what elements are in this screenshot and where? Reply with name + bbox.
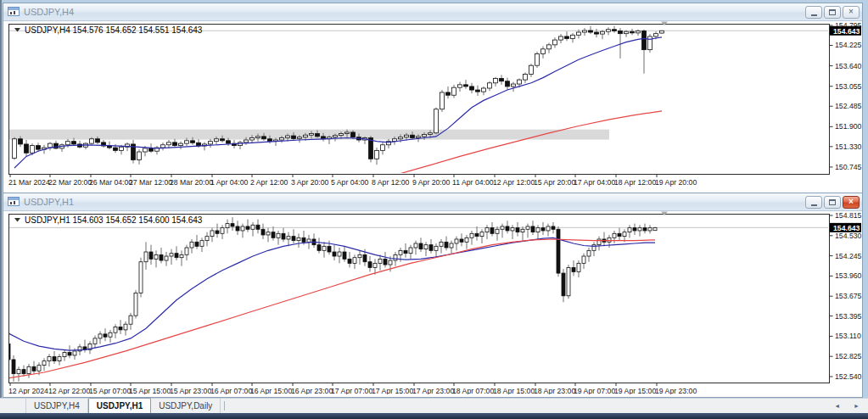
chart-window-icon xyxy=(8,194,20,210)
mdi-left-edge xyxy=(0,0,2,419)
svg-text:153.675: 153.675 xyxy=(835,292,862,300)
chart-window-usdjpy-h1[interactable]: USDJPY,H1 × 154.815154.530154.245153.960… xyxy=(3,193,863,398)
svg-text:2 Apr 12:00: 2 Apr 12:00 xyxy=(250,178,288,187)
chart-window-icon xyxy=(8,4,20,20)
candlestick-chart-usdjpy-h1[interactable]: 154.815154.530154.245153.960153.675153.3… xyxy=(3,211,862,394)
svg-text:150.745: 150.745 xyxy=(835,163,862,171)
ohlc-label: USDJPY,H1 154.603 154.652 154.600 154.64… xyxy=(25,215,203,225)
svg-text:17 Apr 15:00: 17 Apr 15:00 xyxy=(372,387,413,394)
svg-text:28 Mar 20:00: 28 Mar 20:00 xyxy=(170,178,213,187)
svg-text:152.540: 152.540 xyxy=(835,372,862,381)
svg-text:19 Apr 23:00: 19 Apr 23:00 xyxy=(655,387,697,394)
window-titlebar[interactable]: USDJPY,H1 × xyxy=(3,193,862,211)
svg-text:15 Apr 15:00: 15 Apr 15:00 xyxy=(129,387,171,394)
svg-text:18 Apr 23:00: 18 Apr 23:00 xyxy=(534,387,575,394)
window-bottom-edge xyxy=(0,413,868,419)
svg-text:5 Apr 04:00: 5 Apr 04:00 xyxy=(331,178,369,187)
svg-text:16 Apr 23:00: 16 Apr 23:00 xyxy=(291,387,333,394)
svg-text:154.643: 154.643 xyxy=(833,27,860,36)
svg-text:151.900: 151.900 xyxy=(835,122,862,131)
window-titlebar[interactable]: USDJPY,H4 × xyxy=(3,3,862,21)
restore-icon xyxy=(829,199,836,205)
svg-text:22 Mar 20:00: 22 Mar 20:00 xyxy=(48,178,92,187)
close-button[interactable]: × xyxy=(843,6,860,19)
close-icon: × xyxy=(848,198,854,206)
price-axis: 154.815154.530154.245153.960153.675153.3… xyxy=(830,211,862,381)
svg-text:152.825: 152.825 xyxy=(835,352,862,360)
close-icon: × xyxy=(848,8,854,16)
svg-text:15 Apr 23:00: 15 Apr 23:00 xyxy=(170,387,211,394)
svg-text:11 Apr 04:00: 11 Apr 04:00 xyxy=(452,178,494,187)
window-title: USDJPY,H4 xyxy=(24,7,74,17)
svg-text:16 Apr 07:00: 16 Apr 07:00 xyxy=(210,387,252,394)
svg-text:17 Apr 07:00: 17 Apr 07:00 xyxy=(331,387,372,394)
svg-text:17 Apr 23:00: 17 Apr 23:00 xyxy=(412,387,454,394)
svg-text:154.245: 154.245 xyxy=(835,252,862,260)
svg-text:1 Apr 04:00: 1 Apr 04:00 xyxy=(210,178,249,187)
svg-text:154.815: 154.815 xyxy=(835,211,862,220)
chart-window-usdjpy-h4[interactable]: USDJPY,H4 × 154.795154.225153.640153.055… xyxy=(3,3,863,193)
svg-text:19 Apr 15:00: 19 Apr 15:00 xyxy=(614,387,656,394)
svg-text:12 Apr 12:00: 12 Apr 12:00 xyxy=(493,178,535,187)
plot-area[interactable] xyxy=(9,215,830,383)
svg-text:153.110: 153.110 xyxy=(835,332,861,340)
tab-separator xyxy=(224,401,225,411)
svg-text:152.485: 152.485 xyxy=(835,102,862,110)
tab-usdjpy-h4[interactable]: USDJPY,H4 xyxy=(25,399,88,413)
svg-text:153.395: 153.395 xyxy=(835,312,862,321)
svg-text:18 Apr 15:00: 18 Apr 15:00 xyxy=(493,387,535,394)
ohlc-label: USDJPY,H4 154.576 154.652 154.551 154.64… xyxy=(25,25,203,35)
chart-tab-bar: USDJPY,H4 USDJPY,H1 USDJPY,Daily ◄ ► xyxy=(0,398,868,413)
svg-text:18 Apr 07:00: 18 Apr 07:00 xyxy=(452,387,494,394)
minimize-icon xyxy=(811,204,817,206)
tab-usdjpy-daily[interactable]: USDJPY,Daily xyxy=(151,399,221,413)
time-axis: 21 Mar 202422 Mar 20:0026 Mar 04:0027 Ma… xyxy=(8,175,697,187)
trading-terminal-workspace: { "windows": [ { "title": "USDJPY,H4", "… xyxy=(0,0,868,419)
svg-text:9 Apr 20:00: 9 Apr 20:00 xyxy=(412,178,451,187)
svg-text:26 Mar 04:00: 26 Mar 04:00 xyxy=(89,178,132,187)
svg-text:8 Apr 12:00: 8 Apr 12:00 xyxy=(372,178,410,187)
svg-text:16 Apr 15:00: 16 Apr 15:00 xyxy=(250,387,292,394)
svg-text:19 Apr 20:00: 19 Apr 20:00 xyxy=(655,178,697,187)
minimize-button[interactable] xyxy=(805,6,822,19)
svg-text:17 Apr 04:00: 17 Apr 04:00 xyxy=(574,178,615,187)
svg-text:153.960: 153.960 xyxy=(835,271,862,280)
minimize-icon xyxy=(811,14,817,16)
svg-text:154.643: 154.643 xyxy=(833,224,860,232)
svg-text:3 Apr 20:00: 3 Apr 20:00 xyxy=(291,178,329,187)
tab-scroll-left-icon[interactable]: ◄ xyxy=(834,403,840,409)
svg-text:15 Apr 07:00: 15 Apr 07:00 xyxy=(89,387,131,394)
svg-text:12 Apr 2024: 12 Apr 2024 xyxy=(8,387,48,394)
svg-text:19 Apr 07:00: 19 Apr 07:00 xyxy=(574,387,615,394)
svg-text:12 Apr 22:00: 12 Apr 22:00 xyxy=(48,387,90,394)
restore-icon xyxy=(829,9,836,15)
chart-client-area: 154.795154.225153.640153.055152.485151.9… xyxy=(3,21,862,207)
svg-text:18 Apr 12:00: 18 Apr 12:00 xyxy=(614,178,656,187)
svg-text:153.640: 153.640 xyxy=(835,62,862,70)
svg-text:154.530: 154.530 xyxy=(835,232,862,240)
time-axis: 12 Apr 202412 Apr 22:0015 Apr 07:0015 Ap… xyxy=(8,383,697,394)
candlestick-chart-usdjpy-h4[interactable]: 154.795154.225153.640153.055152.485151.9… xyxy=(3,21,862,191)
chart-client-area: 154.815154.530154.245153.960153.675153.3… xyxy=(3,211,862,397)
svg-text:154.225: 154.225 xyxy=(835,41,862,49)
tab-usdjpy-h1[interactable]: USDJPY,H1 xyxy=(88,398,151,413)
minimize-button[interactable] xyxy=(805,196,822,209)
svg-text:15 Apr 20:00: 15 Apr 20:00 xyxy=(534,178,575,187)
svg-text:21 Mar 2024: 21 Mar 2024 xyxy=(8,178,50,187)
restore-button[interactable] xyxy=(824,6,841,19)
tab-scroll-right-icon[interactable]: ► xyxy=(854,403,860,409)
restore-button[interactable] xyxy=(824,196,841,209)
svg-text:153.055: 153.055 xyxy=(835,82,862,91)
svg-text:27 Mar 12:00: 27 Mar 12:00 xyxy=(129,178,172,187)
window-title: USDJPY,H1 xyxy=(24,197,74,207)
close-button[interactable]: × xyxy=(843,196,860,209)
price-axis: 154.795154.225153.640153.055152.485151.9… xyxy=(830,21,862,171)
svg-text:151.330: 151.330 xyxy=(835,142,862,151)
